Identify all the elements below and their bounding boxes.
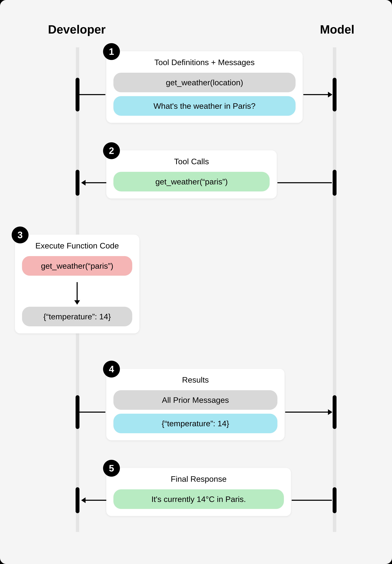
step2-badge: 2	[103, 142, 120, 159]
step5-title: Final Response	[113, 474, 284, 483]
prior-messages-pill: All Prior Messages	[113, 390, 277, 410]
tool-definition-pill: get_weather(location)	[113, 73, 295, 92]
activation-bar	[333, 395, 336, 429]
step5-card: Final Response It's currently 14°C in Pa…	[106, 468, 291, 516]
activation-bar	[76, 395, 80, 429]
step2-card: Tool Calls get_weather(“paris”)	[106, 150, 277, 199]
step4-card: Results All Prior Messages {“temperature…	[106, 369, 284, 440]
activation-bar	[76, 78, 80, 111]
model-header: Model	[320, 23, 354, 36]
arrow-segment	[77, 282, 78, 300]
activation-bar	[333, 170, 336, 196]
arrow-segment	[80, 94, 105, 95]
arrow-segment	[80, 412, 105, 413]
result-payload-pill: {“temperature”: 14}	[113, 414, 277, 433]
step1-card: Tool Definitions + Messages get_weather(…	[106, 51, 303, 123]
activation-bar	[333, 78, 336, 111]
step3-badge: 3	[12, 227, 28, 243]
function-execution-pill: get_weather(“paris”)	[22, 256, 132, 276]
step2-title: Tool Calls	[113, 157, 270, 166]
arrow-segment	[292, 500, 332, 501]
activation-bar	[76, 487, 80, 513]
step3-card: Execute Function Code get_weather(“paris…	[15, 234, 139, 333]
arrow-segment	[85, 500, 106, 501]
arrow-segment	[277, 182, 332, 183]
developer-header: Developer	[48, 23, 106, 36]
arrow-segment	[303, 94, 328, 95]
step4-title: Results	[113, 375, 277, 384]
step1-badge: 1	[103, 43, 120, 60]
step4-badge: 4	[103, 361, 120, 377]
arrow-segment	[285, 412, 328, 413]
arrow-head-icon	[81, 497, 85, 503]
diagram-canvas: Developer Model Tool Definitions + Messa…	[0, 0, 392, 564]
tool-call-pill: get_weather(“paris”)	[113, 172, 270, 192]
user-message-pill: What's the weather in Paris?	[113, 96, 295, 116]
arrow-head-icon	[328, 92, 332, 97]
function-result-pill: {“temperature”: 14}	[22, 307, 132, 326]
step1-title: Tool Definitions + Messages	[113, 58, 295, 67]
arrow-head-icon	[328, 409, 332, 415]
activation-bar	[333, 487, 336, 513]
final-response-pill: It's currently 14°C in Paris.	[113, 489, 284, 509]
arrow-segment	[85, 182, 106, 183]
step3-title: Execute Function Code	[22, 241, 132, 250]
arrow-head-icon	[81, 180, 85, 186]
activation-bar	[76, 170, 80, 196]
model-lifeline	[333, 47, 336, 532]
step5-badge: 5	[103, 460, 120, 477]
arrow-head-icon	[74, 300, 80, 305]
